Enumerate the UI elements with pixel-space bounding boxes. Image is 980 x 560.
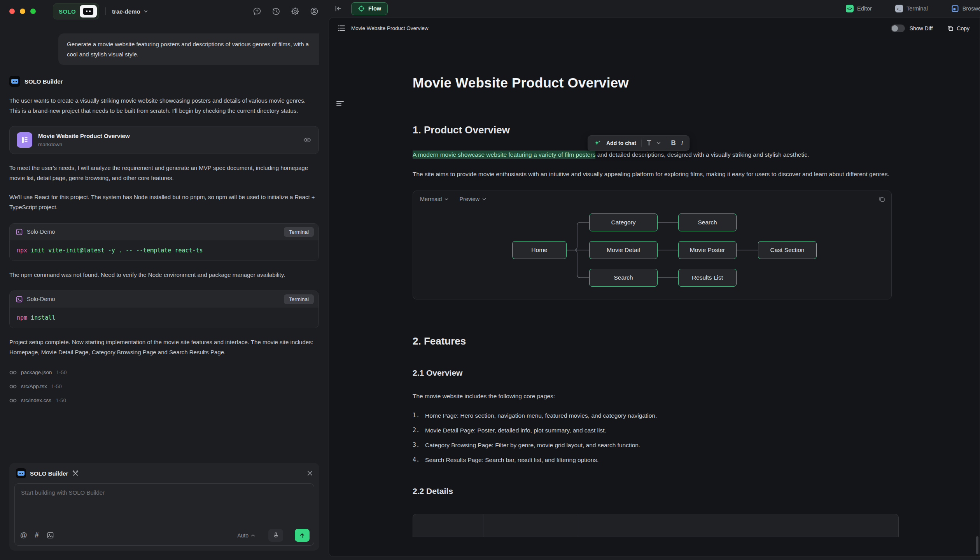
link-icon bbox=[9, 384, 17, 389]
preview-eye-icon[interactable] bbox=[303, 136, 312, 144]
agent-message: The user wants to create a visually stri… bbox=[9, 96, 317, 116]
section-2-1-heading: 2.1 Overview bbox=[413, 368, 980, 378]
chevron-down-icon[interactable] bbox=[656, 142, 661, 145]
show-diff-toggle[interactable] bbox=[891, 24, 905, 32]
paragraph-2: The site aims to provide movie enthusias… bbox=[413, 170, 892, 179]
close-icon[interactable] bbox=[307, 471, 313, 476]
tools-icon[interactable] bbox=[72, 470, 79, 477]
diagram-node-results-list[interactable]: Results List bbox=[678, 269, 737, 287]
selection-toolbar: Add to chat T B I bbox=[588, 135, 690, 151]
input-card-title: SOLO Builder bbox=[30, 470, 68, 477]
copy-icon bbox=[947, 25, 954, 32]
solo-builder-input-card: SOLO Builder @ # Auto bbox=[9, 463, 319, 551]
line-range: 1-50 bbox=[56, 369, 67, 375]
add-to-chat-button[interactable]: Add to chat bbox=[606, 140, 636, 146]
agent-message: Project setup complete. Now starting imp… bbox=[9, 337, 317, 358]
markdown-doc-card[interactable]: Movie Website Product Overview markdown bbox=[9, 126, 319, 154]
file-link[interactable]: package.json 1-50 bbox=[9, 369, 319, 375]
file-name: package.json bbox=[21, 369, 52, 375]
doc-scrollbar-thumb[interactable] bbox=[976, 536, 978, 554]
section-2-heading: 2. Features bbox=[413, 335, 980, 347]
document-icon bbox=[17, 132, 32, 148]
terminal-command-card[interactable]: Solo-Demo Terminal npm install bbox=[9, 290, 319, 328]
microphone-button[interactable] bbox=[268, 529, 283, 542]
tab-editor[interactable]: <> Editor bbox=[846, 5, 872, 12]
list-item: 2.Movie Detail Page: Poster, detailed in… bbox=[413, 426, 980, 435]
user-message-bubble: Generate a movie website featuring poste… bbox=[58, 33, 319, 65]
block-handle-icon[interactable] bbox=[336, 101, 345, 107]
project-switcher[interactable]: trae-demo bbox=[112, 8, 148, 15]
send-button[interactable] bbox=[295, 529, 310, 542]
browser-icon bbox=[951, 5, 959, 12]
agent-message: The npm command was not found. Need to v… bbox=[9, 270, 317, 280]
terminal-session-name: Solo-Demo bbox=[27, 229, 55, 235]
zoom-window-button[interactable] bbox=[30, 9, 36, 14]
collapse-sidebar-icon[interactable] bbox=[334, 4, 343, 13]
italic-button[interactable]: I bbox=[681, 139, 683, 147]
history-icon[interactable] bbox=[271, 6, 281, 16]
section-1-heading: 1. Product Overview bbox=[413, 124, 980, 136]
close-window-button[interactable] bbox=[9, 9, 15, 14]
chat-input[interactable] bbox=[15, 484, 314, 521]
agent-message: To meet the user's needs, I will analyze… bbox=[9, 163, 317, 184]
terminal-command-card[interactable]: Solo-Demo Terminal npx init vite-init@la… bbox=[9, 223, 319, 261]
terminal-icon bbox=[16, 296, 23, 303]
diagram-node-movie-detail[interactable]: Movie Detail bbox=[589, 241, 658, 259]
list-item: 4.Search Results Page: Search bar, resul… bbox=[413, 455, 980, 465]
edited-file-list: package.json 1-50 src/App.tsx 1-50 src/i… bbox=[9, 361, 319, 403]
file-name: src/index.css bbox=[21, 397, 51, 403]
diagram-node-search-bottom[interactable]: Search bbox=[589, 269, 658, 287]
titlebar-divider bbox=[105, 7, 106, 15]
minimize-window-button[interactable] bbox=[20, 9, 25, 14]
flow-button[interactable]: Flow bbox=[351, 2, 388, 15]
model-mode-select[interactable]: Auto bbox=[237, 532, 255, 539]
image-attach-icon[interactable] bbox=[47, 532, 54, 539]
list-item: 3.Category Browsing Page: Filter by genr… bbox=[413, 441, 980, 450]
doc-header: Movie Website Product Overview Show Diff… bbox=[329, 18, 980, 39]
flow-icon bbox=[358, 5, 365, 12]
hashtag-icon[interactable]: # bbox=[35, 531, 39, 539]
account-icon[interactable] bbox=[309, 6, 319, 16]
sparkle-icon bbox=[594, 140, 601, 147]
details-table bbox=[413, 514, 899, 537]
tab-browser[interactable]: Broswer bbox=[951, 5, 980, 12]
agent-message: We'll use React for this project. The sy… bbox=[9, 192, 317, 213]
view-tabs: <> Editor ›_ Terminal Broswer DocView bbox=[846, 0, 980, 17]
tab-terminal[interactable]: ›_ Terminal bbox=[895, 5, 928, 12]
doc-body: Movie Website Product Overview 1. Produc… bbox=[329, 39, 980, 537]
link-icon bbox=[9, 398, 17, 403]
mention-icon[interactable]: @ bbox=[20, 531, 27, 539]
new-chat-icon[interactable] bbox=[252, 6, 262, 16]
link-icon bbox=[9, 370, 17, 375]
file-link[interactable]: src/index.css 1-50 bbox=[9, 397, 319, 403]
diagram-node-movie-poster[interactable]: Movie Poster bbox=[678, 241, 737, 259]
diagram-node-category[interactable]: Category bbox=[589, 214, 658, 231]
diagram-node-home[interactable]: Home bbox=[512, 241, 567, 259]
bold-button[interactable]: B bbox=[671, 139, 676, 147]
diagram-node-search-top[interactable]: Search bbox=[678, 214, 737, 231]
terminal-icon: ›_ bbox=[895, 5, 903, 12]
paragraph-1: A modern movie showcase website featurin… bbox=[413, 150, 892, 159]
diagram-node-cast-section[interactable]: Cast Section bbox=[758, 241, 817, 259]
chevron-up-icon bbox=[251, 534, 255, 537]
chat-sidebar: SOLO trae-demo bbox=[0, 0, 329, 560]
doc-title-breadcrumb: Movie Website Product Overview bbox=[351, 25, 429, 31]
highlighted-text: A modern movie showcase website featurin… bbox=[413, 150, 595, 159]
solo-builder-icon bbox=[16, 468, 26, 478]
settings-gear-icon[interactable] bbox=[290, 6, 300, 16]
file-name: src/App.tsx bbox=[21, 383, 47, 389]
file-link[interactable]: src/App.tsx 1-50 bbox=[9, 383, 319, 389]
solo-mode-toggle[interactable]: SOLO bbox=[53, 3, 99, 19]
show-diff-label: Show Diff bbox=[910, 25, 933, 32]
toc-list-icon[interactable] bbox=[338, 25, 345, 32]
copy-doc-button[interactable]: Copy bbox=[947, 25, 970, 32]
line-range: 1-50 bbox=[56, 397, 66, 403]
terminal-badge: Terminal bbox=[284, 227, 314, 237]
agent-header: SOLO Builder bbox=[9, 76, 319, 87]
table-column bbox=[483, 514, 578, 537]
text-style-button[interactable]: T bbox=[647, 139, 651, 147]
terminal-session-name: Solo-Demo bbox=[27, 296, 55, 302]
terminal-command: npm install bbox=[10, 308, 318, 328]
flow-label: Flow bbox=[368, 5, 381, 12]
titlebar: SOLO trae-demo bbox=[9, 0, 319, 23]
